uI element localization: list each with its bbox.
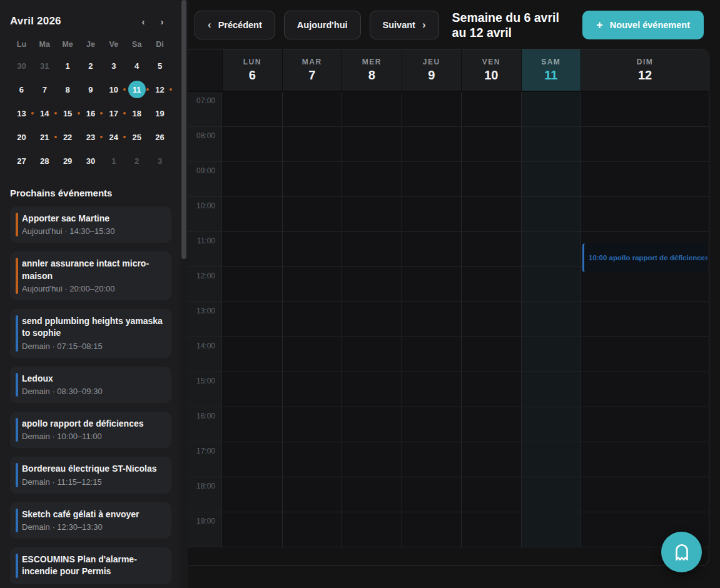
day-slot[interactable] — [461, 162, 521, 197]
day-slot[interactable] — [222, 372, 282, 407]
day-slot[interactable] — [342, 337, 402, 372]
mini-calendar-day[interactable]: 4 — [125, 54, 148, 78]
day-slot[interactable] — [402, 512, 462, 547]
day-slot[interactable] — [461, 477, 521, 512]
mini-calendar-day[interactable]: 30 — [79, 149, 103, 173]
mini-calendar-next-icon[interactable]: › — [153, 16, 171, 27]
day-slot[interactable] — [521, 337, 581, 372]
day-slot[interactable] — [282, 127, 342, 162]
day-slot[interactable] — [222, 232, 282, 267]
mini-calendar-day[interactable]: 30 — [10, 54, 33, 78]
day-slot[interactable] — [521, 92, 581, 127]
day-slot[interactable] — [521, 127, 581, 162]
day-slot[interactable] — [521, 512, 581, 547]
day-slot[interactable] — [282, 267, 342, 302]
day-slot[interactable] — [222, 407, 282, 442]
day-slot[interactable] — [342, 372, 402, 407]
day-slot[interactable] — [461, 302, 521, 337]
day-slot[interactable] — [222, 162, 282, 197]
day-slot[interactable] — [581, 267, 709, 302]
day-slot[interactable] — [282, 372, 342, 407]
day-slot[interactable] — [521, 267, 581, 302]
day-slot[interactable] — [342, 302, 402, 337]
day-slot[interactable] — [521, 232, 581, 267]
previous-week-button[interactable]: ‹ Précédent — [195, 11, 275, 39]
day-slot[interactable] — [581, 302, 709, 337]
day-slot[interactable] — [521, 407, 581, 442]
day-slot[interactable] — [461, 267, 521, 302]
mini-calendar-day[interactable]: 5 — [148, 54, 171, 78]
mini-calendar-day[interactable]: 3 — [102, 54, 125, 78]
day-slot[interactable] — [282, 477, 342, 512]
event-card[interactable]: send pplumbing heights yamaska to sophie… — [10, 309, 171, 358]
day-slot[interactable] — [342, 197, 402, 232]
day-slot[interactable] — [222, 337, 282, 372]
day-slot[interactable] — [402, 477, 462, 512]
assistant-fab-button[interactable] — [661, 532, 702, 572]
mini-calendar-day[interactable]: 28 — [33, 149, 56, 173]
event-card[interactable]: LedouxDemain · 08:30–09:30 — [10, 367, 171, 403]
day-slot[interactable] — [521, 302, 581, 337]
day-slot[interactable] — [282, 302, 342, 337]
day-slot[interactable] — [222, 127, 282, 162]
mini-calendar-day[interactable]: 3 — [148, 149, 171, 173]
day-slot[interactable] — [342, 407, 402, 442]
day-slot[interactable] — [282, 197, 342, 232]
mini-calendar-day[interactable]: 24 — [102, 125, 125, 149]
day-slot[interactable] — [581, 337, 709, 372]
day-slot[interactable] — [461, 407, 521, 442]
mini-calendar-day[interactable]: 14 — [33, 101, 56, 125]
day-slot[interactable] — [461, 512, 521, 547]
event-card[interactable]: Apporter sac MartineAujourd'hui · 14:30–… — [10, 206, 171, 243]
day-slot[interactable] — [222, 197, 282, 232]
day-slot[interactable] — [342, 477, 402, 512]
mini-calendar-day[interactable]: 1 — [56, 54, 79, 78]
mini-calendar-day[interactable]: 10 — [102, 78, 125, 101]
mini-calendar-day[interactable]: 23 — [79, 125, 103, 149]
mini-calendar-day[interactable]: 16 — [79, 101, 103, 125]
day-slot[interactable] — [342, 442, 402, 477]
day-slot[interactable] — [282, 232, 342, 267]
day-slot[interactable] — [402, 442, 462, 477]
mini-calendar-day[interactable]: 25 — [125, 125, 148, 149]
event-card[interactable]: ESCOUMINS Plan d'alarme-incendie pour Pe… — [10, 547, 171, 585]
day-slot[interactable] — [521, 197, 581, 232]
day-slot[interactable] — [461, 372, 521, 407]
day-slot[interactable] — [461, 337, 521, 372]
day-slot[interactable] — [222, 92, 282, 127]
mini-calendar-day[interactable]: 2 — [79, 54, 103, 78]
mini-calendar-day[interactable]: 18 — [125, 101, 148, 125]
day-slot[interactable] — [581, 442, 709, 477]
day-slot[interactable] — [402, 92, 462, 127]
day-slot[interactable] — [581, 162, 709, 197]
day-slot[interactable] — [402, 127, 462, 162]
mini-calendar-day[interactable]: 31 — [33, 54, 56, 78]
day-slot[interactable] — [222, 267, 282, 302]
day-slot[interactable] — [282, 407, 342, 442]
day-slot[interactable] — [521, 162, 581, 197]
mini-calendar-day[interactable]: 20 — [10, 125, 33, 149]
calendar-event[interactable]: 10:00 apollo rapport de déficiences — [582, 243, 707, 272]
day-slot[interactable] — [402, 267, 462, 302]
next-week-button[interactable]: Suivant › — [370, 11, 439, 39]
mini-calendar-day[interactable]: 13 — [10, 101, 33, 125]
day-slot[interactable] — [222, 442, 282, 477]
day-slot[interactable] — [222, 477, 282, 512]
day-slot[interactable] — [342, 512, 402, 547]
mini-calendar-day[interactable]: 22 — [56, 125, 79, 149]
mini-calendar-day[interactable]: 27 — [10, 149, 33, 173]
day-slot[interactable] — [461, 92, 521, 127]
mini-calendar-prev-icon[interactable]: ‹ — [134, 16, 153, 27]
sidebar-scrollbar[interactable] — [180, 0, 188, 588]
new-event-button[interactable]: + Nouvel événement — [582, 11, 704, 39]
mini-calendar-day[interactable]: 19 — [148, 101, 171, 125]
mini-calendar-day[interactable]: 26 — [148, 125, 171, 149]
mini-calendar-day[interactable]: 7 — [33, 78, 56, 101]
day-slot[interactable] — [461, 232, 521, 267]
event-card[interactable]: Bordereau électrique ST-NicolasDemain · … — [10, 457, 171, 493]
day-slot[interactable] — [402, 232, 462, 267]
day-slot[interactable] — [282, 337, 342, 372]
day-slot[interactable] — [581, 127, 709, 162]
day-slot[interactable] — [402, 372, 462, 407]
day-slot[interactable] — [581, 197, 709, 232]
